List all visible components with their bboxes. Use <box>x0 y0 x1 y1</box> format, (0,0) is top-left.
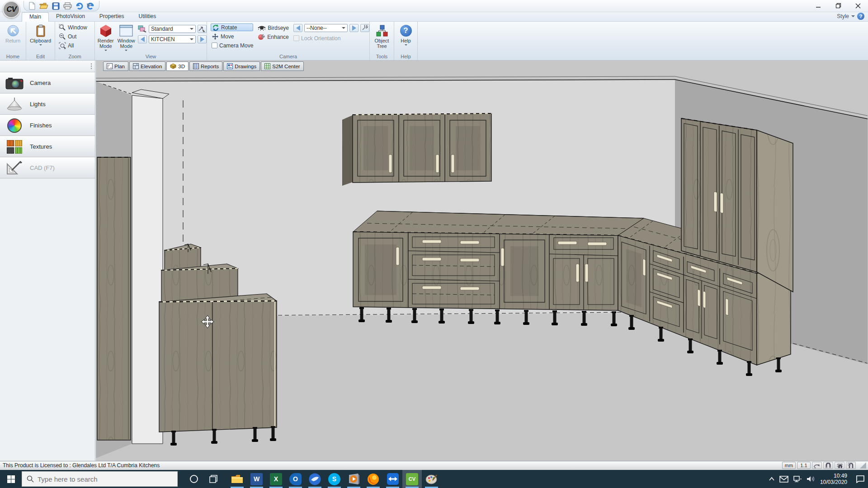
start-button[interactable] <box>0 470 22 488</box>
view-style-icon[interactable] <box>138 25 147 33</box>
view-tab-reports[interactable]: Reports <box>189 61 222 71</box>
units-indicator[interactable]: mm <box>782 462 796 469</box>
taskbar-app-file-explorer[interactable] <box>227 470 247 488</box>
tray-expand-icon[interactable] <box>769 477 775 481</box>
3d-viewport[interactable] <box>96 61 868 461</box>
save-icon[interactable] <box>51 1 60 10</box>
sidebar-item-camera[interactable]: Camera <box>0 72 95 94</box>
style-caret-icon[interactable] <box>851 15 855 17</box>
tab-properties[interactable]: Properties <box>92 12 132 22</box>
mail-tray-icon[interactable] <box>779 476 788 483</box>
object-tree-button[interactable]: Object Tree <box>370 22 394 51</box>
cabinet-left-panel[interactable] <box>97 157 131 440</box>
sidebar-item-cad[interactable]: CAD (F7) <box>0 157 95 178</box>
view-tab-elevation[interactable]: Elevation <box>129 61 165 71</box>
sidebar-grip-icon[interactable] <box>90 63 92 70</box>
scene-svg[interactable] <box>96 61 868 461</box>
zoom-window-button[interactable]: Window <box>59 23 87 31</box>
taskbar-app-word[interactable]: W <box>247 470 266 488</box>
object-snap-icon[interactable] <box>846 462 856 469</box>
view-style-combo[interactable]: Standard <box>149 25 196 33</box>
taskbar-app-teamviewer[interactable] <box>383 470 402 488</box>
quick-access-overflow-icon[interactable] <box>86 3 92 9</box>
taskbar-app-outlook[interactable]: O <box>286 470 305 488</box>
sidebar-item-lights[interactable]: Lights <box>0 94 95 115</box>
tab-main[interactable]: Main <box>22 12 49 22</box>
lock-orientation-toggle[interactable]: Lock Orientation <box>293 34 369 42</box>
zoom-out-button[interactable]: Out <box>59 33 87 40</box>
open-file-icon[interactable] <box>39 1 48 10</box>
minimize-button[interactable] <box>808 0 828 11</box>
grid-snap-icon[interactable] <box>835 462 844 469</box>
snap-magnet-icon[interactable] <box>823 462 833 469</box>
room-next-button[interactable] <box>198 35 207 43</box>
clipboard-button[interactable]: Clipboard <box>30 22 51 51</box>
view-tab-drawings[interactable]: Drawings <box>223 61 260 71</box>
enhance-button[interactable]: Enhance <box>258 33 289 41</box>
finishes-color-wheel-icon <box>7 118 22 133</box>
edit-view-button[interactable] <box>198 25 207 33</box>
resize-grip-icon[interactable] <box>860 462 866 469</box>
birdseye-button[interactable]: Birdseye <box>258 24 289 32</box>
taskbar-app-excel[interactable]: X <box>266 470 286 488</box>
orientation-prev-button[interactable] <box>293 24 302 32</box>
app-logo[interactable]: CV <box>3 1 20 18</box>
wall-cabinet-center[interactable] <box>342 113 491 186</box>
sidebar-header[interactable] <box>0 61 95 72</box>
task-view-button[interactable] <box>203 470 223 488</box>
pan-rotate-icon[interactable] <box>812 462 822 469</box>
camera-rotate-button[interactable]: Rotate <box>211 23 253 31</box>
view-tab-3d[interactable]: 3D <box>166 61 189 71</box>
taskbar-search[interactable] <box>22 471 178 487</box>
ribbon-tab-row: Main PhotoVision Properties Utilities St… <box>0 12 868 22</box>
style-help-icon[interactable]: ? <box>857 13 864 20</box>
camera-move-checkbox[interactable] <box>212 42 217 48</box>
camera-move-toggle[interactable]: Camera Move <box>211 42 253 49</box>
room-prev-button[interactable] <box>138 35 147 43</box>
cabinet-vision-icon: CV <box>406 473 418 485</box>
render-mode-button[interactable]: Render Mode <box>97 22 115 51</box>
thunderbird-icon <box>309 473 321 485</box>
tab-utilities[interactable]: Utilities <box>132 12 164 22</box>
sidebar-item-finishes[interactable]: Finishes <box>0 115 95 136</box>
view-tab-s2m[interactable]: S2M Center <box>261 61 303 71</box>
action-center-icon[interactable] <box>855 475 865 483</box>
window-mode-button[interactable]: Window Mode <box>118 22 136 51</box>
system-tray: 10:49 10/03/2020 <box>769 470 868 488</box>
elevation-icon <box>133 63 139 69</box>
new-document-icon[interactable] <box>28 1 37 10</box>
orientation-next-button[interactable] <box>349 24 359 32</box>
room-combo[interactable]: KITCHEN <box>149 35 196 43</box>
taskbar-app-paint[interactable] <box>422 470 441 488</box>
close-button[interactable] <box>848 0 868 11</box>
return-button[interactable]: Return <box>5 22 20 51</box>
taskbar-app-skype[interactable]: S <box>325 470 344 488</box>
taskbar-clock[interactable]: 10:49 10/03/2020 <box>820 473 847 485</box>
scale-indicator[interactable]: 1.1 <box>797 462 811 469</box>
orientation-settings-button[interactable] <box>360 24 369 32</box>
help-button[interactable]: ? Help <box>400 22 412 51</box>
search-input[interactable] <box>38 475 164 483</box>
network-icon[interactable] <box>793 475 802 483</box>
taskbar-app-cabinet-vision[interactable]: CV <box>402 470 422 488</box>
lights-icon <box>5 95 24 113</box>
undo-icon[interactable] <box>75 1 84 10</box>
view-tab-plan[interactable]: Plan <box>103 61 128 71</box>
orientation-combo[interactable]: --None-- <box>304 24 348 32</box>
taskbar-app-media-player[interactable] <box>344 470 363 488</box>
volume-icon[interactable] <box>807 475 816 483</box>
restore-button[interactable] <box>828 0 848 11</box>
lock-orientation-checkbox[interactable] <box>293 35 299 41</box>
print-icon[interactable] <box>63 1 72 10</box>
sidebar-item-textures[interactable]: Textures <box>0 136 95 157</box>
taskbar-app-thunderbird[interactable] <box>305 470 325 488</box>
taskbar-app-firefox[interactable] <box>363 470 383 488</box>
left-sidebar: Camera Lights Finishes Textures CAD (F7) <box>0 61 95 461</box>
cortana-button[interactable] <box>184 470 203 488</box>
license-text: This Product is Licensed to : Glendales … <box>3 462 160 469</box>
zoom-all-button[interactable]: All <box>59 42 87 49</box>
s2m-center-icon <box>264 63 270 69</box>
camera-move-button[interactable]: Move <box>211 33 253 40</box>
style-selector-label[interactable]: Style <box>837 13 849 19</box>
tab-photovision[interactable]: PhotoVision <box>49 12 92 22</box>
